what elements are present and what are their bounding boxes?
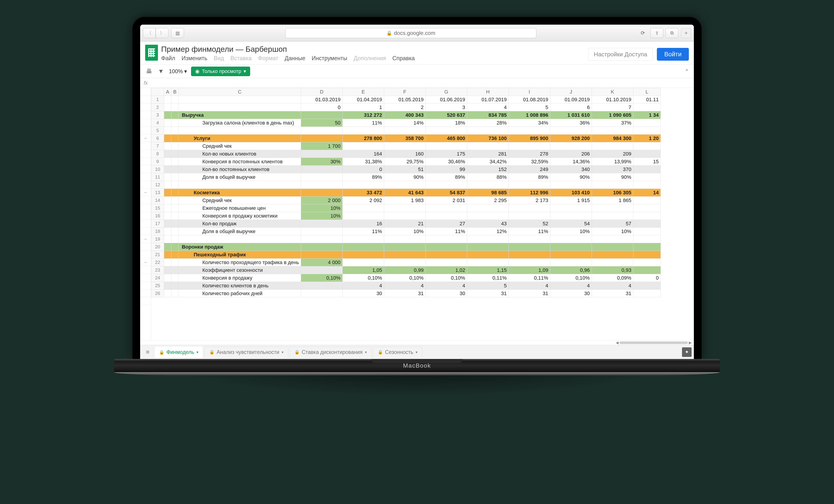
cell[interactable]: 54 <box>550 220 592 228</box>
cell[interactable]: 106 305 <box>592 189 633 197</box>
cell[interactable] <box>342 212 384 220</box>
cell[interactable] <box>342 251 384 259</box>
cell[interactable] <box>425 251 467 259</box>
cell[interactable]: 249 <box>508 165 550 173</box>
cell[interactable]: 30 <box>342 290 384 297</box>
cell[interactable] <box>508 259 550 266</box>
row-label[interactable]: Загрузка салона (клиентов в день max) <box>178 119 301 127</box>
cell[interactable] <box>508 243 550 251</box>
cell[interactable]: 928 200 <box>550 135 592 142</box>
row-label[interactable]: Кол-во новых клиентов <box>178 150 301 158</box>
row-label[interactable]: Коэффициент сезонности <box>178 266 301 274</box>
cell[interactable]: 4 <box>508 282 550 290</box>
row-header[interactable]: 11 <box>151 173 164 181</box>
col-header[interactable]: J <box>550 88 592 96</box>
cell[interactable] <box>301 266 342 274</box>
cell[interactable]: 0,10% <box>425 274 467 282</box>
cell[interactable]: 1,02 <box>425 266 467 274</box>
cell[interactable]: 21 <box>384 220 425 228</box>
cell[interactable] <box>633 150 661 158</box>
cell[interactable] <box>592 204 633 212</box>
cell[interactable]: 4 <box>467 104 508 111</box>
cell[interactable] <box>633 290 661 297</box>
collapse-toolbar-icon[interactable]: ⌃ <box>685 68 689 74</box>
cell[interactable]: 370 <box>592 165 633 173</box>
cell[interactable]: 11% <box>508 228 550 235</box>
cell[interactable]: 175 <box>425 150 467 158</box>
cell[interactable] <box>592 142 633 150</box>
cell[interactable]: 1 34 <box>633 111 661 119</box>
cell[interactable]: 10% <box>301 204 342 212</box>
cell[interactable] <box>301 220 342 228</box>
col-header[interactable]: K <box>592 88 633 96</box>
cell[interactable]: 12% <box>467 228 508 235</box>
cell[interactable] <box>467 142 508 150</box>
cell[interactable]: 0,10% <box>550 274 592 282</box>
cell[interactable]: 30,46% <box>425 158 467 165</box>
cell[interactable]: 90% <box>384 173 425 181</box>
cell[interactable] <box>384 204 425 212</box>
cell[interactable]: 31,38% <box>342 158 384 165</box>
row-label[interactable]: Количество клиентов в день <box>178 282 301 290</box>
col-header[interactable]: D <box>301 88 342 96</box>
cell[interactable] <box>342 259 384 266</box>
cell[interactable]: 10% <box>384 228 425 235</box>
cell[interactable]: 0,11% <box>508 274 550 282</box>
cell[interactable]: 4 <box>342 282 384 290</box>
cell[interactable] <box>301 165 342 173</box>
cell[interactable]: 99 <box>425 165 467 173</box>
cell[interactable]: 01.03.2019 <box>301 96 342 104</box>
forward-button[interactable]: 〉 <box>156 28 169 38</box>
cell[interactable]: 0,10% <box>342 274 384 282</box>
new-tab-button[interactable]: + <box>681 28 691 38</box>
cell[interactable]: 2 173 <box>508 197 550 204</box>
row-header[interactable]: 14 <box>151 197 164 204</box>
menu-формат[interactable]: Формат <box>258 55 278 62</box>
cell[interactable] <box>301 243 342 251</box>
cell[interactable]: 88% <box>467 173 508 181</box>
cell[interactable]: 30 <box>425 290 467 297</box>
cell[interactable]: 1 983 <box>384 197 425 204</box>
cell[interactable]: 164 <box>342 150 384 158</box>
cell[interactable] <box>633 266 661 274</box>
cell[interactable] <box>301 135 342 142</box>
cell[interactable]: 4 <box>384 282 425 290</box>
cell[interactable]: 15 <box>633 158 661 165</box>
cell[interactable]: 0 <box>633 274 661 282</box>
cell[interactable]: 16 <box>342 220 384 228</box>
formula-bar[interactable]: fx <box>140 78 694 88</box>
cell[interactable]: 834 785 <box>467 111 508 119</box>
row-header[interactable]: 4 <box>151 119 164 127</box>
cell[interactable] <box>467 259 508 266</box>
back-button[interactable]: 〈 <box>143 28 156 38</box>
cell[interactable] <box>550 259 592 266</box>
cell[interactable]: 31 <box>508 290 550 297</box>
cell[interactable] <box>508 204 550 212</box>
menu-данные[interactable]: Данные <box>285 55 305 62</box>
row-header[interactable]: 16 <box>151 212 164 220</box>
row-label[interactable]: Количество рабочих дней <box>178 290 301 297</box>
row-label[interactable]: Услуги <box>178 135 301 142</box>
row-header[interactable]: 12 <box>151 181 164 189</box>
row-label[interactable]: Конверсия в продажу <box>178 274 301 282</box>
row-label[interactable]: Выручка <box>178 111 301 119</box>
row-label[interactable]: Конверсия в постоянных клиентов <box>178 158 301 165</box>
row-header[interactable]: 17 <box>151 220 164 228</box>
cell[interactable]: 31 <box>592 290 633 297</box>
cell[interactable] <box>508 142 550 150</box>
cell[interactable]: 90% <box>550 173 592 181</box>
row-label[interactable]: Доля в общей выручке <box>178 173 301 181</box>
cell[interactable] <box>384 142 425 150</box>
cell[interactable] <box>425 259 467 266</box>
cell[interactable]: 984 300 <box>592 135 633 142</box>
address-bar[interactable]: 🔒 docs.google.com <box>285 28 536 38</box>
cell[interactable] <box>633 204 661 212</box>
cell[interactable] <box>301 150 342 158</box>
cell[interactable]: 112 996 <box>508 189 550 197</box>
cell[interactable]: 1 090 605 <box>592 111 633 119</box>
cell[interactable] <box>633 282 661 290</box>
cell[interactable] <box>633 173 661 181</box>
cell[interactable]: 0,09% <box>592 274 633 282</box>
cell[interactable]: 4 <box>425 282 467 290</box>
cell[interactable]: 7 <box>592 104 633 111</box>
